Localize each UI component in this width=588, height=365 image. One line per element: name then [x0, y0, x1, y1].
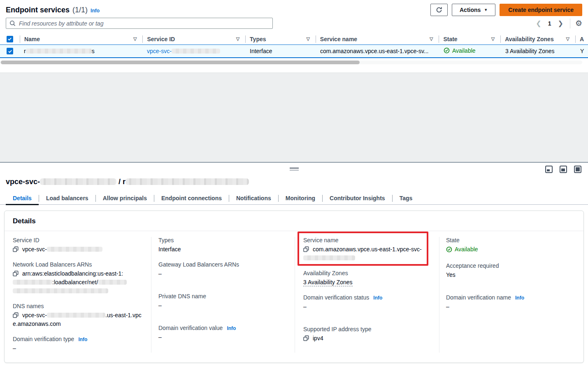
details-column-4: State Available Acceptance required — [439, 237, 583, 353]
column-header-types[interactable]: Types ▽ — [245, 35, 316, 43]
table-header-row: Name ▽ Service ID ▽ Types ▽ Service name… — [0, 33, 588, 44]
create-endpoint-service-button[interactable]: Create endpoint service — [500, 4, 582, 16]
tab-details[interactable]: Details — [6, 192, 39, 205]
sort-icon[interactable]: ▽ — [236, 36, 241, 42]
cell-availability-zones: 3 Availability Zones — [501, 48, 576, 54]
field-private-dns-name: Private DNS name – — [158, 293, 286, 317]
tab-monitoring[interactable]: Monitoring — [279, 192, 322, 205]
sort-icon[interactable]: ▽ — [133, 36, 138, 42]
sort-icon[interactable]: ▽ — [306, 36, 311, 42]
row-checkbox-cell — [0, 48, 20, 54]
split-panel-drag-handle[interactable] — [290, 168, 299, 171]
field-availability-zones: Availability Zones 3 Availability Zones — [303, 270, 431, 287]
column-header-state[interactable]: State ▽ — [439, 35, 500, 43]
previous-page-button[interactable]: ❮ — [534, 19, 543, 28]
tab-endpoint-connections[interactable]: Endpoint connections — [154, 192, 229, 205]
row-checkbox[interactable] — [7, 48, 13, 54]
info-link[interactable]: Info — [78, 337, 87, 342]
refresh-icon — [436, 7, 442, 13]
column-header-service-id[interactable]: Service ID ▽ — [142, 35, 245, 43]
pagination: ❮ 1 ❯ ⚙ — [534, 19, 582, 28]
table-settings-gear-icon[interactable]: ⚙ — [575, 19, 582, 27]
copy-icon[interactable] — [303, 246, 309, 253]
copy-icon[interactable] — [13, 246, 19, 253]
check-icon — [7, 37, 12, 41]
split-panel-layout-controls — [545, 166, 581, 173]
cell-clipped: Y — [576, 48, 588, 54]
details-column-2: Types Interface Gateway Load Balancers A… — [151, 237, 295, 353]
field-acceptance-required: Acceptance required Yes — [446, 262, 575, 287]
details-column-1: Service ID vpce-svc- Network Load Balanc… — [5, 237, 151, 353]
panel-position-side-icon[interactable] — [560, 166, 567, 173]
field-types: Types Interface — [158, 237, 286, 254]
copy-icon[interactable] — [303, 335, 309, 342]
table-filter-row: ❮ 1 ❯ ⚙ — [0, 18, 588, 29]
redacted-text — [126, 178, 249, 185]
column-header-availability-zones[interactable]: Availability Zones ▽ — [500, 35, 575, 43]
copy-icon[interactable] — [13, 271, 19, 278]
field-dns-names: DNS names vpce-svc-.us-east-1.vpce.amazo… — [13, 303, 143, 328]
cell-name: rs — [20, 48, 143, 54]
redacted-text — [172, 49, 220, 54]
field-service-id: Service ID vpce-svc- — [13, 237, 143, 254]
info-link[interactable]: Info — [227, 325, 236, 331]
details-card-body: Service ID vpce-svc- Network Load Balanc… — [5, 231, 583, 363]
table-row[interactable]: rs vpce-svc- Interface com.amazonaws.vpc… — [0, 44, 588, 58]
actions-button-label: Actions — [460, 7, 481, 13]
detail-tabs: Details Load balancers Allow principals … — [0, 192, 588, 205]
cell-state: Available — [439, 47, 501, 55]
search-input[interactable] — [6, 18, 273, 29]
tab-notifications[interactable]: Notifications — [229, 192, 278, 205]
availability-zones-popover-trigger[interactable]: 3 Availability Zones — [505, 48, 555, 54]
resource-count: (1/1) — [72, 6, 88, 14]
redacted-text — [26, 49, 92, 54]
table-title-wrap: Endpoint services (1/1) Info — [6, 6, 100, 14]
select-all-checkbox-cell — [0, 35, 20, 43]
sort-icon[interactable]: ▽ — [491, 36, 496, 42]
sort-icon[interactable]: ▽ — [430, 36, 435, 42]
select-all-checkbox[interactable] — [7, 36, 13, 42]
panel-position-bottom-icon[interactable] — [545, 166, 553, 173]
availability-zones-popover-trigger[interactable]: 3 Availability Zones — [303, 279, 353, 286]
details-column-3: Service name com.amazonaws.vpce.us-east-… — [295, 237, 439, 353]
column-header-clipped: A — [575, 35, 588, 43]
endpoint-services-panel: Endpoint services (1/1) Info Actions ▼ C… — [0, 0, 588, 73]
info-link[interactable]: Info — [515, 295, 524, 301]
sort-icon[interactable]: ▽ — [566, 36, 571, 42]
details-card-heading: Details — [5, 211, 583, 231]
cell-service-name: com.amazonaws.vpce.us-east-1.vpce-sv... — [316, 48, 439, 54]
split-panel: vpce-svc- / r Details Load balancers All… — [0, 162, 588, 364]
info-link[interactable]: Info — [373, 295, 382, 301]
tab-tags[interactable]: Tags — [393, 192, 420, 205]
status-available-icon — [444, 47, 450, 54]
refresh-button[interactable] — [430, 4, 448, 16]
field-service-name: Service name com.amazonaws.vpce.us-east-… — [303, 237, 431, 262]
check-icon — [8, 49, 12, 54]
next-page-button[interactable]: ❯ — [556, 19, 565, 28]
redacted-text — [40, 178, 116, 185]
current-page-number[interactable]: 1 — [548, 20, 551, 27]
field-state: State Available — [446, 237, 575, 255]
service-id-link[interactable]: vpce-svc- — [147, 48, 220, 54]
panel-position-full-icon[interactable] — [574, 166, 581, 173]
details-card: Details Service ID vpce-svc- Network Loa… — [4, 211, 584, 363]
field-glb-arns: Gateway Load Balancers ARNs – — [158, 261, 286, 285]
cell-types: Interface — [246, 48, 316, 54]
tab-load-balancers[interactable]: Load balancers — [39, 192, 95, 205]
horizontal-scrollbar — [0, 61, 582, 64]
page-title: Endpoint services — [6, 6, 70, 14]
actions-button[interactable]: Actions ▼ — [452, 4, 495, 16]
field-domain-verification-name: Domain verification name Info – — [446, 294, 575, 311]
toolbar-actions: Actions ▼ Create endpoint service — [430, 4, 582, 16]
redacted-text — [47, 247, 102, 252]
copy-icon[interactable] — [13, 312, 19, 319]
column-header-service-name[interactable]: Service name ▽ — [316, 35, 439, 43]
title-info-link[interactable]: Info — [91, 8, 100, 14]
tab-allow-principals[interactable]: Allow principals — [96, 192, 154, 205]
status-available-icon — [446, 246, 452, 253]
scrollbar-thumb[interactable] — [1, 61, 360, 64]
tab-contributor-insights[interactable]: Contributor Insights — [323, 192, 392, 205]
column-header-name[interactable]: Name ▽ — [20, 35, 143, 43]
redacted-text — [98, 280, 127, 285]
field-nlb-arns: Network Load Balancers ARNs arn:aws:elas… — [13, 261, 143, 295]
